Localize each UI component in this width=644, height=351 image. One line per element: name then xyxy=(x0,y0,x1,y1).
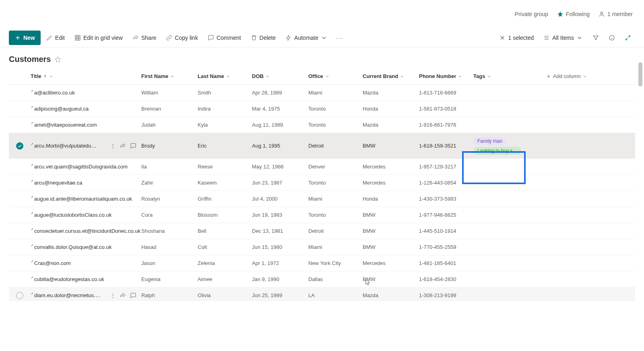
row-selector[interactable] xyxy=(9,292,31,299)
cell-tags[interactable] xyxy=(473,91,546,94)
cell-title[interactable]: ↗arcu.vel.quam@sagittisDuisgravida.com xyxy=(31,164,141,170)
cell-title[interactable]: ↗cubilia@eudoloregestas.co.uk xyxy=(31,276,141,282)
column-header-tags[interactable]: Tags xyxy=(473,72,546,81)
cell-office: Detroit xyxy=(308,228,363,234)
table-row[interactable]: ↗consectetuer.cursus.et@tinciduntDonec.c… xyxy=(9,223,635,239)
title-text: arcu@nequevitae.ca xyxy=(34,180,82,186)
cell-tags[interactable] xyxy=(473,165,546,168)
cell-title[interactable]: ↗augue.id.ante@liberomaurisaliquam.co.uk xyxy=(31,196,141,202)
plus-icon xyxy=(14,35,21,41)
cell-title[interactable]: ↗convallis.dolor.Quisque@at.co.uk xyxy=(31,244,141,250)
table-row[interactable]: ↗diam.eu.dolor@necmetus.…⋮RalphOliviaJun… xyxy=(9,287,635,301)
edit-grid-label: Edit in grid view xyxy=(83,35,123,41)
delete-button[interactable]: Delete xyxy=(247,31,280,45)
column-header-phone[interactable]: Phone Number xyxy=(419,73,473,79)
edit-button[interactable]: Edit xyxy=(42,31,69,45)
cell-phone: 1-126-443-0854 xyxy=(419,180,473,186)
column-header-brand[interactable]: Current Brand xyxy=(363,73,419,79)
filter-button[interactable] xyxy=(588,31,603,45)
column-label: Tags xyxy=(473,73,485,79)
page-header: Customers xyxy=(0,47,644,68)
column-header-lastname[interactable]: Last Name xyxy=(198,73,252,79)
title-text: a@aclibero.co.uk xyxy=(34,90,75,96)
row-share-icon[interactable] xyxy=(120,143,126,149)
cell-tags[interactable] xyxy=(473,262,546,265)
row-menu-icon[interactable]: ⋮ xyxy=(110,143,116,149)
row-selector[interactable] xyxy=(9,142,31,150)
row-menu-icon[interactable]: ⋮ xyxy=(110,292,116,299)
table-row[interactable]: ↗augue.id.ante@liberomaurisaliquam.co.uk… xyxy=(9,191,635,207)
cell-tags[interactable] xyxy=(473,213,546,217)
table-row[interactable]: ↗a@aclibero.co.ukWilliamSmithApr 28, 198… xyxy=(9,85,635,101)
table-row[interactable]: ↗convallis.dolor.Quisque@at.co.ukHasadCo… xyxy=(9,239,635,255)
table-row[interactable]: ↗adipiscing@augueut.caBrennanIndiraMar 4… xyxy=(9,101,635,117)
site-info-bar: Private group Following 1 member xyxy=(0,0,644,28)
cell-title[interactable]: ↗augue@luctuslobortisClass.co.uk xyxy=(31,212,141,218)
favorite-icon[interactable] xyxy=(55,56,61,63)
selection-count[interactable]: 1 selected xyxy=(495,31,538,45)
column-header-office[interactable]: Office xyxy=(308,73,363,79)
edit-grid-button[interactable]: Edit in grid view xyxy=(70,31,127,45)
column-header-title[interactable]: Title xyxy=(31,73,141,79)
cell-brand: BMW xyxy=(363,244,419,250)
table-row[interactable]: ↗arcu@nequevitae.caZahirKaseemJun 23, 19… xyxy=(9,175,635,191)
cell-title[interactable]: ↗amet@vitaeposuereat.com xyxy=(31,122,141,128)
table-row[interactable]: ↗cubilia@eudoloregestas.co.ukEugeniaAime… xyxy=(9,271,635,287)
info-button[interactable] xyxy=(605,31,619,45)
cell-tags[interactable] xyxy=(473,294,546,297)
all-items-text: All Items xyxy=(552,35,574,41)
add-column-button[interactable]: Add column xyxy=(546,73,594,79)
cell-firstname: Cora xyxy=(141,212,198,218)
following-button[interactable]: Following xyxy=(557,11,590,17)
table-row[interactable]: ↗amet@vitaeposuereat.comJudahKylaAug 11,… xyxy=(9,117,635,133)
table-row[interactable]: ↗arcu.Morbi@vulputatedu…⋮BrodyEricAug 1,… xyxy=(9,133,635,159)
title-text: diam.eu.dolor@necmetus.… xyxy=(34,292,101,298)
row-share-icon[interactable] xyxy=(120,292,126,299)
cell-title[interactable]: ↗consectetuer.cursus.et@tinciduntDonec.c… xyxy=(31,228,141,234)
cell-title[interactable]: ↗arcu.Morbi@vulputatedu…⋮ xyxy=(31,143,141,149)
cell-title[interactable]: ↗a@aclibero.co.uk xyxy=(31,90,141,96)
link-glyph-icon: ↗ xyxy=(31,292,33,296)
cell-phone: 1-581-873-0518 xyxy=(419,106,473,112)
automate-button[interactable]: Automate xyxy=(281,31,331,45)
table-row[interactable]: ↗augue@luctuslobortisClass.co.ukCoraBlos… xyxy=(9,207,635,223)
cell-title[interactable]: ↗Cras@non.com xyxy=(31,260,141,266)
cell-tags[interactable]: Family manLooking to buy s… xyxy=(473,135,546,156)
cell-firstname: Rosalyn xyxy=(141,196,198,202)
cell-office: Miami xyxy=(308,244,363,250)
cell-tags[interactable] xyxy=(473,230,546,233)
vertical-scrollbar[interactable] xyxy=(638,62,642,318)
cell-tags[interactable] xyxy=(473,246,546,249)
cell-tags[interactable] xyxy=(473,123,546,127)
cell-dob: Jun 25, 1989 xyxy=(252,292,308,298)
column-header-dob[interactable]: DOB xyxy=(252,73,308,79)
view-selector[interactable]: All Items xyxy=(539,31,587,45)
cell-title[interactable]: ↗adipiscing@augueut.ca xyxy=(31,106,141,112)
copy-link-button[interactable]: Copy link xyxy=(162,31,202,45)
tag-pill[interactable]: Family man xyxy=(473,137,506,145)
tag-pill[interactable]: Looking to buy s… xyxy=(473,147,521,155)
row-comment-icon[interactable] xyxy=(130,143,136,149)
share-label: Share xyxy=(141,35,156,41)
link-glyph-icon: ↗ xyxy=(31,89,33,93)
expand-button[interactable] xyxy=(621,31,635,45)
table-row[interactable]: ↗Cras@non.comJasonZeleniaApr 1, 1972New … xyxy=(9,255,635,271)
row-comment-icon[interactable] xyxy=(130,292,136,299)
cell-tags[interactable] xyxy=(473,197,546,201)
members-button[interactable]: 1 member xyxy=(599,11,633,17)
private-group-text: Private group xyxy=(515,11,548,17)
cell-title[interactable]: ↗arcu@nequevitae.ca xyxy=(31,180,141,186)
new-button[interactable]: New xyxy=(9,31,41,45)
cell-dob: Mar 4, 1975 xyxy=(252,106,308,112)
scrollbar-thumb[interactable] xyxy=(638,62,642,86)
column-header-firstname[interactable]: First Name xyxy=(141,73,198,79)
cell-tags[interactable] xyxy=(473,278,546,281)
cell-title[interactable]: ↗diam.eu.dolor@necmetus.…⋮ xyxy=(31,292,141,299)
overflow-menu[interactable]: ··· xyxy=(333,35,347,41)
comment-button[interactable]: Comment xyxy=(204,31,245,45)
cell-tags[interactable] xyxy=(473,181,546,185)
comment-label: Comment xyxy=(217,35,241,41)
table-row[interactable]: ↗arcu.vel.quam@sagittisDuisgravida.comIl… xyxy=(9,159,635,175)
share-button[interactable]: Share xyxy=(128,31,160,45)
cell-tags[interactable] xyxy=(473,107,546,111)
